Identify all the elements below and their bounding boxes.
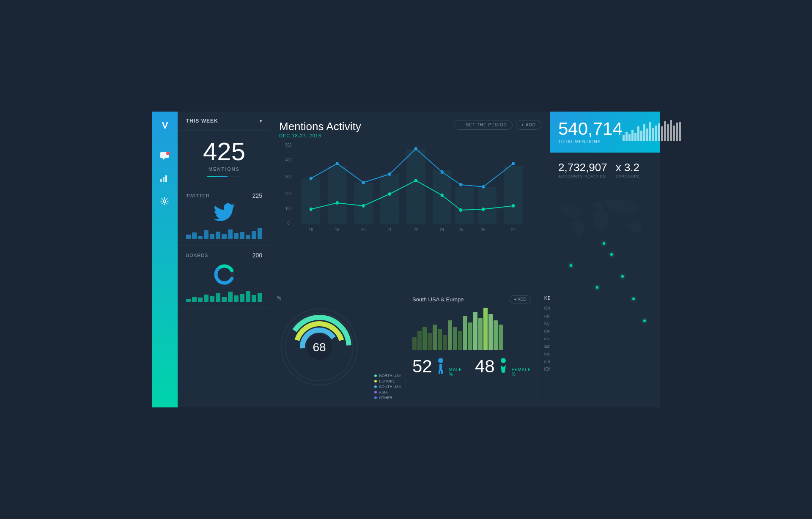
svg-point-36 xyxy=(441,170,444,174)
svg-point-33 xyxy=(362,181,365,184)
map-section xyxy=(550,187,660,407)
boards-header: BOARDS 200 xyxy=(186,252,262,259)
donut-section: % 68 xyxy=(271,289,406,407)
left-panel: THIS WEEK ▾ 425 MENTIONS TWITTER 225 xyxy=(178,112,271,407)
svg-point-37 xyxy=(459,183,462,186)
svg-rect-26 xyxy=(406,149,425,224)
svg-point-32 xyxy=(336,162,339,165)
keyword-authentication[interactable]: authentication xyxy=(544,344,550,349)
exposure-number: x 3.2 xyxy=(616,161,640,174)
gender-section: South USA & Europe + ADD xyxy=(406,289,538,407)
legend-south-usa: SOUTH USA xyxy=(374,385,401,389)
svg-point-65 xyxy=(438,358,443,363)
region-add-label: + ADD xyxy=(514,297,527,302)
twitter-card: TWITTER 225 xyxy=(178,186,271,246)
svg-point-41 xyxy=(336,201,339,205)
svg-point-38 xyxy=(482,185,485,188)
donut-chart: 68 xyxy=(277,305,362,389)
mentions-progress xyxy=(207,176,241,177)
svg-text:22: 22 xyxy=(414,227,418,232)
region-add-button[interactable]: + ADD xyxy=(510,295,531,303)
svg-point-47 xyxy=(482,208,485,211)
donut-chart-container: 68 xyxy=(277,305,362,391)
svg-point-40 xyxy=(310,208,313,211)
accounts-reached-number: 2,732,907 xyxy=(558,161,607,174)
accounts-reached-label: ACCOUNTS REACHED xyxy=(558,174,607,178)
keyword-krakow[interactable]: Krakow xyxy=(544,306,550,311)
keyword-kyiv[interactable]: Kyiv xyxy=(544,321,550,326)
chart-header: Mentions Activity DEC 18-27, 2016 ⋯ SET … xyxy=(279,120,541,138)
svg-rect-29 xyxy=(477,187,496,224)
map-dot-3 xyxy=(610,253,613,256)
region-header: South USA & Europe + ADD xyxy=(412,295,531,303)
sidebar-item-analytics[interactable] xyxy=(160,175,170,184)
svg-text:24: 24 xyxy=(440,227,444,232)
keywords-section: KEYWORDS Krakow standup application ajax… xyxy=(538,289,550,407)
svg-rect-5 xyxy=(165,175,167,182)
accounts-reached-stat: 2,732,907 ACCOUNTS REACHED xyxy=(558,161,607,178)
female-stat: 48 FEMALE % xyxy=(475,356,531,377)
keyword-client-server[interactable]: client-server xyxy=(544,359,550,364)
twitter-count: 225 xyxy=(252,192,262,199)
svg-text:27: 27 xyxy=(511,227,516,232)
map-dot-2 xyxy=(596,286,598,289)
svg-point-44 xyxy=(414,179,417,182)
svg-rect-4 xyxy=(163,177,165,182)
sidebar-item-messages[interactable] xyxy=(160,152,170,162)
svg-rect-23 xyxy=(328,166,346,224)
boards-label: BOARDS xyxy=(186,253,208,258)
donut-legend: NORTH USA EUROPE SOUTH USA ASIA xyxy=(374,374,401,401)
keyword-application[interactable]: application xyxy=(544,313,550,318)
region-title: South USA & Europe xyxy=(412,296,464,303)
mentions-card: 425 MENTIONS xyxy=(178,131,271,186)
sidebar-logo[interactable]: V xyxy=(162,120,168,131)
svg-text:68: 68 xyxy=(313,341,326,354)
world-map-svg xyxy=(554,191,656,251)
legend-asia: ASIA xyxy=(374,390,401,394)
sidebar-item-settings[interactable] xyxy=(160,197,170,208)
svg-point-42 xyxy=(362,204,365,208)
twitter-label: TWITTER xyxy=(186,193,210,198)
keyword-technologies[interactable]: technologies xyxy=(544,351,550,356)
svg-text:100: 100 xyxy=(285,206,292,211)
svg-rect-28 xyxy=(455,187,474,224)
svg-rect-66 xyxy=(439,364,442,371)
svg-point-69 xyxy=(501,358,506,363)
add-button[interactable]: + ADD xyxy=(516,120,541,130)
svg-point-39 xyxy=(512,162,515,165)
twitter-header: TWITTER 225 xyxy=(186,192,262,199)
svg-text:19: 19 xyxy=(335,227,339,232)
svg-text:21: 21 xyxy=(387,227,392,232)
keyword-ecommerce[interactable]: e-commerce xyxy=(544,336,550,341)
chart-date: DEC 18-27, 2016 xyxy=(279,133,361,138)
period-selector[interactable]: THIS WEEK ▾ xyxy=(178,112,271,131)
svg-rect-30 xyxy=(504,166,522,224)
mentions-chart: 500 400 300 200 100 0 xyxy=(279,140,541,233)
svg-point-31 xyxy=(310,177,313,180)
svg-text:0: 0 xyxy=(288,221,290,226)
svg-text:20: 20 xyxy=(361,227,365,232)
male-number: 52 xyxy=(412,356,432,377)
keywords-grid: Krakow standup application ajax Kyiv met… xyxy=(544,306,550,371)
svg-point-34 xyxy=(388,172,391,176)
boards-mini-bars xyxy=(186,291,262,302)
svg-point-48 xyxy=(512,204,515,208)
svg-point-6 xyxy=(163,200,166,202)
svg-point-46 xyxy=(459,208,462,212)
set-period-button[interactable]: ⋯ SET THE PERIOD xyxy=(454,120,513,130)
male-icon xyxy=(436,357,445,376)
keyword-engineers[interactable]: engineers xyxy=(544,328,550,333)
legend-europe: EUROPE xyxy=(374,379,401,383)
exposure-label: EXPOSURE xyxy=(616,174,640,178)
map-dot-1 xyxy=(570,264,572,267)
progress-fill xyxy=(207,176,228,177)
legend-dot-north-usa xyxy=(374,374,377,377)
chart-svg: 500 400 300 200 100 0 xyxy=(279,140,541,233)
male-label: MALE % xyxy=(449,367,462,377)
keyword-ios[interactable]: iOS xyxy=(544,366,550,371)
chart-title-group: Mentions Activity DEC 18-27, 2016 xyxy=(279,120,361,138)
svg-point-43 xyxy=(388,192,391,196)
twitter-icon xyxy=(186,203,262,225)
total-mentions-label: TOTAL MENTIONS xyxy=(558,139,623,144)
svg-rect-67 xyxy=(439,370,440,374)
